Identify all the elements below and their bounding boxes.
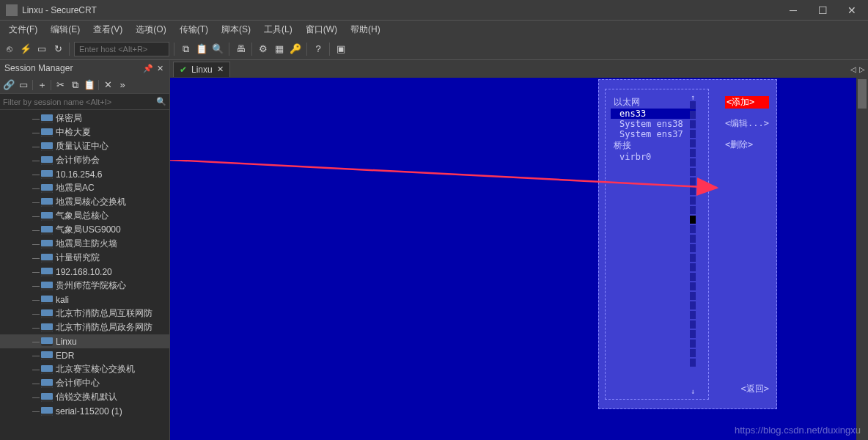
- session-item[interactable]: —10.16.254.6: [0, 167, 169, 181]
- link-icon[interactable]: 🔗: [3, 79, 15, 91]
- delete-icon[interactable]: ✕: [102, 79, 114, 91]
- quickconnect-icon[interactable]: ⚡: [19, 43, 32, 56]
- session-item[interactable]: —气象局USG9000: [0, 223, 169, 237]
- session-item[interactable]: —北京市消防总局政务网防: [0, 320, 169, 334]
- session-item[interactable]: —EDR: [0, 348, 169, 362]
- menu-item[interactable]: 选项(O): [131, 22, 170, 37]
- filter-input[interactable]: [3, 98, 156, 106]
- session-item[interactable]: —地震局主防火墙: [0, 237, 169, 251]
- paste-icon[interactable]: 📋: [195, 43, 208, 56]
- maximize-button[interactable]: ☐: [812, 3, 833, 18]
- tab-linxu[interactable]: ✔ Linxu ✕: [173, 62, 230, 77]
- back-button[interactable]: <返回>: [741, 383, 769, 395]
- menu-item[interactable]: 传输(T): [175, 22, 213, 37]
- tab-next-icon[interactable]: ▷: [859, 65, 865, 73]
- session-tree: —保密局—中检大夏—质量认证中心—会计师协会—10.16.254.6—地震局AC…: [0, 110, 169, 440]
- copy-icon[interactable]: ⧉: [179, 43, 192, 56]
- menubar: 文件(F)编辑(E)查看(V)选项(O)传输(T)脚本(S)工具(L)窗口(W)…: [0, 21, 868, 38]
- cut-icon[interactable]: ✂: [54, 79, 66, 91]
- session-item[interactable]: —会计师协会: [0, 153, 169, 167]
- panel-close-icon[interactable]: ✕: [155, 63, 165, 73]
- edit-button[interactable]: <编辑...>: [725, 117, 769, 130]
- sessions-icon[interactable]: ▦: [273, 43, 286, 56]
- session-item[interactable]: —地震局AC: [0, 181, 169, 195]
- titlebar: Linxu - SecureCRT ─ ☐ ✕: [0, 0, 868, 21]
- menu-item[interactable]: 编辑(E): [46, 22, 84, 37]
- minimize-button[interactable]: ─: [783, 3, 803, 18]
- session-item[interactable]: —气象局总核心: [0, 209, 169, 223]
- new-tab-icon[interactable]: ▭: [35, 43, 48, 56]
- host-input[interactable]: [74, 42, 169, 56]
- settings-icon[interactable]: ⚙: [257, 43, 270, 56]
- toolbar: ⎋ ⚡ ▭ ↻ ⧉ 📋 🔍 🖶 ⚙ ▦ 🔑 ? ▣: [0, 38, 868, 60]
- session-item[interactable]: —192.168.10.20: [0, 265, 169, 279]
- pin-icon[interactable]: 📌: [143, 63, 153, 73]
- session-item[interactable]: —会计师中心: [0, 376, 169, 390]
- session-item[interactable]: —kali: [0, 293, 169, 307]
- status-dot-icon: ✔: [180, 65, 187, 75]
- app-icon: [6, 4, 18, 16]
- connect-icon[interactable]: ⎋: [3, 43, 16, 56]
- search-icon[interactable]: 🔍: [156, 97, 166, 106]
- session-item[interactable]: —serial-115200 (1): [0, 404, 169, 418]
- tab-label: Linxu: [191, 65, 213, 75]
- menu-item[interactable]: 查看(V): [89, 22, 127, 37]
- close-button[interactable]: ✕: [842, 3, 862, 18]
- print-icon[interactable]: 🖶: [234, 43, 247, 56]
- session-item[interactable]: —中检大夏: [0, 125, 169, 139]
- session-item[interactable]: —北京市消防总局互联网防: [0, 307, 169, 320]
- window-title: Linxu - SecureCRT: [22, 5, 783, 15]
- copy-session-icon[interactable]: ⧉: [69, 79, 81, 91]
- session-item[interactable]: —地震局核心交换机: [0, 195, 169, 209]
- session-item[interactable]: —信锐交换机默认: [0, 390, 169, 404]
- new-window-icon[interactable]: ▭: [18, 79, 29, 91]
- find-icon[interactable]: 🔍: [211, 43, 224, 56]
- dialog-list-item[interactable]: ens33: [611, 109, 696, 119]
- tab-bar: ✔ Linxu ✕ ◁ ▷: [170, 60, 868, 78]
- menu-item[interactable]: 文件(F): [4, 22, 42, 37]
- session-manager-panel: Session Manager 📌 ✕ 🔗 ▭ ＋ ✂ ⧉ 📋 ✕ » 🔍 —保…: [0, 60, 170, 440]
- menu-item[interactable]: 帮助(H): [346, 22, 385, 37]
- session-item[interactable]: —Linxu: [0, 334, 169, 348]
- new-session-icon[interactable]: ＋: [36, 79, 48, 91]
- terminal-scrollbar[interactable]: [856, 78, 868, 440]
- dialog-list-item[interactable]: virbr0: [611, 152, 696, 162]
- dialog-list-item[interactable]: System ens38: [611, 119, 696, 129]
- menu-item[interactable]: 窗口(W): [301, 22, 342, 37]
- tab-prev-icon[interactable]: ◁: [850, 65, 856, 73]
- session-item[interactable]: —质量认证中心: [0, 139, 169, 153]
- color-icon[interactable]: ▣: [334, 43, 347, 56]
- reconnect-icon[interactable]: ↻: [51, 43, 65, 56]
- session-item[interactable]: —保密局: [0, 111, 169, 125]
- dialog-list-item[interactable]: System ens37: [611, 129, 696, 139]
- expand-icon[interactable]: »: [117, 79, 128, 91]
- tab-close-icon[interactable]: ✕: [217, 65, 224, 74]
- panel-title: Session Manager: [4, 63, 73, 73]
- help-icon[interactable]: ?: [312, 43, 325, 56]
- dialog-section-header: 桥接: [611, 139, 696, 152]
- key-icon[interactable]: 🔑: [289, 43, 302, 56]
- delete-button[interactable]: <删除>: [725, 139, 769, 151]
- session-item[interactable]: —北京赛宝核心交换机: [0, 362, 169, 376]
- watermark: https://blog.csdn.net/duxingxu: [735, 425, 861, 436]
- nmtui-dialog: 以太网ens33System ens38System ens37桥接virbr0…: [598, 79, 777, 409]
- dialog-section-header: 以太网: [611, 96, 696, 109]
- add-button[interactable]: <添加>: [725, 96, 769, 109]
- paste-session-icon[interactable]: 📋: [84, 79, 95, 91]
- terminal[interactable]: 以太网ens33System ens38System ens37桥接virbr0…: [170, 78, 868, 440]
- session-item[interactable]: —计量研究院: [0, 251, 169, 265]
- dialog-scrollbar[interactable]: ↑ ↓: [690, 93, 696, 395]
- menu-item[interactable]: 工具(L): [260, 22, 297, 37]
- session-item[interactable]: —贵州师范学院核心: [0, 279, 169, 293]
- menu-item[interactable]: 脚本(S): [217, 22, 255, 37]
